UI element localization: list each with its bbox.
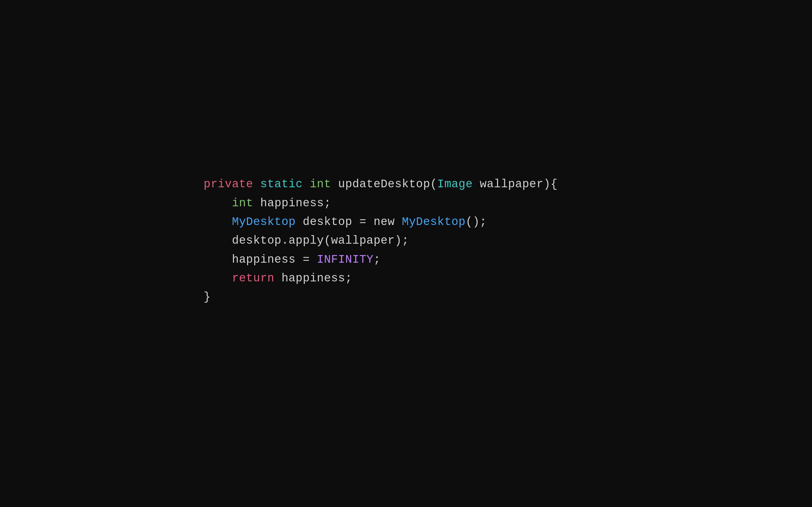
code-line-line5: happiness = INFINITY; xyxy=(204,250,558,269)
code-snippet: private static int updateDesktop(Image w… xyxy=(204,175,558,307)
code-line-line3: MyDesktop desktop = new MyDesktop(); xyxy=(204,213,558,231)
code-line-line4: desktop.apply(wallpaper); xyxy=(204,231,558,250)
code-line-line7: } xyxy=(204,288,558,306)
code-line-line2: int happiness; xyxy=(204,194,558,213)
code-line-line6: return happiness; xyxy=(204,269,558,288)
code-line-line1: private static int updateDesktop(Image w… xyxy=(204,175,558,193)
desktop-background: private static int updateDesktop(Image w… xyxy=(0,0,812,507)
